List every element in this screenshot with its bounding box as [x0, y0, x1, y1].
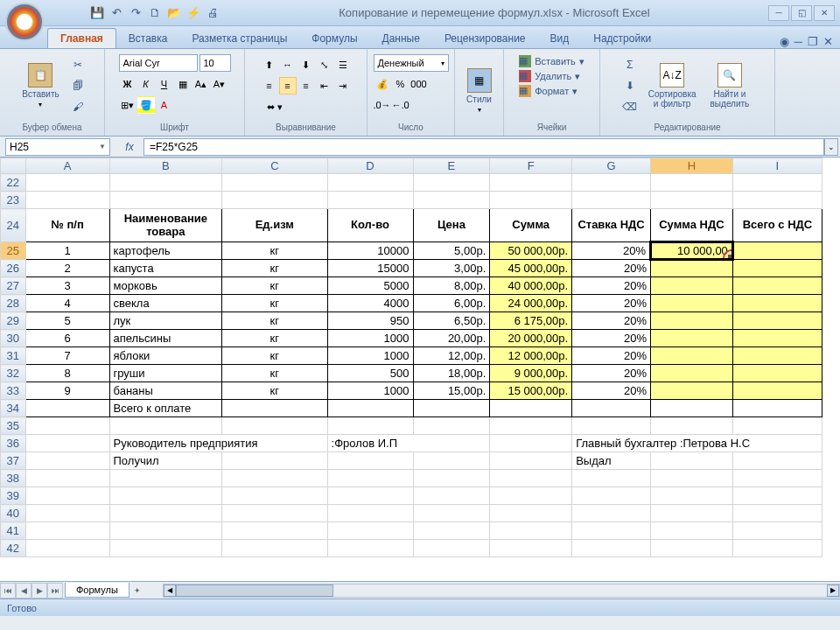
borders-dropdown[interactable]: ⊞▾ [119, 96, 136, 114]
cell[interactable] [327, 417, 413, 435]
insert-function-button[interactable]: fx [119, 138, 140, 156]
cell-qty[interactable]: 1000 [327, 330, 413, 347]
cell-total[interactable] [732, 312, 822, 330]
cell[interactable] [572, 417, 651, 435]
cell[interactable] [650, 540, 732, 557]
cell[interactable] [490, 505, 572, 522]
cell[interactable] [222, 487, 327, 505]
cell-total[interactable] [732, 330, 822, 347]
align-middle-icon[interactable]: ↔ [279, 56, 297, 74]
cell-unit[interactable]: кг [222, 330, 327, 347]
cell[interactable] [572, 400, 651, 417]
cell[interactable] [327, 400, 413, 417]
cell-total-label[interactable]: Всего к оплате [109, 400, 222, 417]
cut-icon[interactable]: ✂ [68, 55, 88, 74]
cell-sum[interactable]: 45 000,00р. [490, 260, 572, 277]
sort-filter-button[interactable]: A↓Z Сортировка и фильтр [643, 60, 702, 112]
row-header-32[interactable]: 32 [1, 365, 26, 382]
cell-rate[interactable]: 20% [572, 277, 651, 295]
cell-unit[interactable]: кг [222, 365, 327, 382]
cell[interactable] [732, 540, 822, 557]
cell[interactable] [650, 522, 732, 540]
cell[interactable] [650, 452, 732, 470]
cell-vat[interactable] [650, 382, 732, 400]
styles-button[interactable]: ▦ Стили ▾ [461, 65, 497, 117]
cell[interactable] [413, 470, 490, 487]
column-header-H[interactable]: H [650, 158, 732, 174]
cell[interactable] [732, 505, 822, 522]
row-header-35[interactable]: 35 [1, 417, 26, 435]
cell-total[interactable] [732, 347, 822, 365]
bold-button[interactable]: Ж [119, 75, 136, 93]
hscroll-thumb[interactable] [176, 584, 333, 597]
cell-qty[interactable]: 1000 [327, 347, 413, 365]
minimize-button[interactable]: ─ [768, 5, 789, 21]
comma-icon[interactable]: 000 [410, 75, 428, 93]
cell-qty[interactable]: 4000 [327, 295, 413, 312]
cell[interactable] [109, 540, 222, 557]
cell[interactable] [25, 452, 109, 470]
cell[interactable] [109, 174, 222, 192]
cell-unit[interactable]: кг [222, 260, 327, 277]
cell-qty[interactable]: 1000 [327, 382, 413, 400]
cell[interactable] [732, 174, 822, 192]
column-header-B[interactable]: B [109, 158, 222, 174]
cell-name[interactable]: картофель [109, 242, 222, 260]
cell-sum[interactable]: 12 000,00р. [490, 347, 572, 365]
cell-manager-name[interactable]: :Фролов И.П [327, 435, 490, 452]
merge-cells-icon[interactable]: ⬌ ▾ [261, 98, 289, 116]
cell-total[interactable] [732, 295, 822, 312]
formula-input[interactable]: =F25*G25 [144, 138, 824, 156]
align-right-icon[interactable]: ≡ [298, 77, 315, 94]
column-header-D[interactable]: D [327, 158, 413, 174]
orientation-icon[interactable]: ⤡ [316, 56, 333, 74]
name-box[interactable]: H25 ▼ [5, 138, 110, 156]
maximize-button[interactable]: ◱ [791, 5, 812, 21]
cell-vat[interactable] [650, 295, 732, 312]
cell[interactable] [490, 522, 572, 540]
cell[interactable] [650, 505, 732, 522]
cell-price[interactable]: 5,00р. [413, 242, 490, 260]
cell[interactable] [413, 452, 490, 470]
tab-review[interactable]: Рецензирование [432, 29, 538, 48]
hscroll-right-icon[interactable]: ▶ [827, 584, 839, 597]
cell-rate[interactable]: 20% [572, 347, 651, 365]
sheet-nav-prev-icon[interactable]: ◀ [16, 583, 32, 598]
row-header-39[interactable]: 39 [1, 487, 26, 505]
cell[interactable] [490, 174, 572, 192]
cell[interactable] [327, 522, 413, 540]
currency-icon[interactable]: 💰 [374, 75, 391, 93]
copy-icon[interactable]: 🗐 [68, 76, 88, 95]
cell[interactable] [327, 192, 413, 209]
cell[interactable] [490, 400, 572, 417]
cell-rate[interactable]: 20% [572, 295, 651, 312]
row-header-27[interactable]: 27 [1, 277, 26, 295]
format-painter-icon[interactable]: 🖌 [68, 97, 88, 116]
insert-cells-button[interactable]: ▦Вставить ▾ [515, 54, 588, 68]
cell-unit[interactable]: кг [222, 347, 327, 365]
cell[interactable] [413, 174, 490, 192]
row-header-38[interactable]: 38 [1, 470, 26, 487]
row-header-33[interactable]: 33 [1, 382, 26, 400]
cell[interactable] [732, 470, 822, 487]
row-header-40[interactable]: 40 [1, 505, 26, 522]
cell-num[interactable]: 7 [25, 347, 109, 365]
cell[interactable] [109, 505, 222, 522]
qat-quickprint-icon[interactable]: ⚡ [186, 5, 201, 21]
wrap-text-icon[interactable]: ☰ [334, 56, 352, 74]
cell-num[interactable]: 6 [25, 330, 109, 347]
cell[interactable] [413, 522, 490, 540]
cell[interactable] [490, 487, 572, 505]
cell-name[interactable]: морковь [109, 277, 222, 295]
restore-workbook-icon[interactable]: ❐ [808, 35, 818, 48]
cell[interactable] [572, 174, 651, 192]
cell[interactable] [650, 487, 732, 505]
cell-name[interactable]: груши [109, 365, 222, 382]
cell[interactable] [327, 452, 413, 470]
cell-name[interactable]: лук [109, 312, 222, 330]
cell-qty[interactable]: 15000 [327, 260, 413, 277]
cell-price[interactable]: 20,00р. [413, 330, 490, 347]
cell[interactable] [222, 417, 327, 435]
cell[interactable] [490, 192, 572, 209]
row-header-26[interactable]: 26 [1, 260, 26, 277]
